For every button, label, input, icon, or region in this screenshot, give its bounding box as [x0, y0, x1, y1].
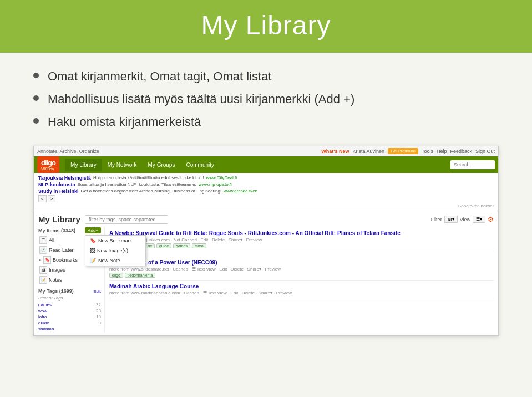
- add-popup: 🔖 New Bookmark 🖼 New Image(s) 📝: [85, 235, 146, 266]
- library-title: My Library: [38, 215, 80, 224]
- sign-out-link[interactable]: Sign Out: [475, 149, 495, 154]
- tag-shaman[interactable]: shaman: [38, 326, 101, 332]
- ad-next-btn[interactable]: >: [48, 195, 56, 202]
- tags-title: My Tags (1699): [38, 288, 74, 294]
- library-header: My Library Filter all▾ View ☰▾ ⚙: [38, 215, 494, 224]
- bookmark-tags-1: rogue ranger rift guide games mmo: [109, 243, 494, 248]
- nav-search-input[interactable]: [450, 160, 495, 169]
- tags-edit-link[interactable]: Edit: [93, 289, 101, 294]
- ad-text-3: Get a bachelor's degree from Arcada Nurs…: [81, 189, 222, 194]
- read-later-icon: 🕐: [39, 246, 47, 254]
- bookmark-item-1: A Newbie Survival Guide to Rift Beta: Ro…: [109, 227, 494, 251]
- nav-my-library[interactable]: My Library: [65, 159, 102, 171]
- bookmark-title-3[interactable]: Madinah Arabic Language Course: [109, 283, 494, 290]
- bullet-item-2: Mahdollisuus lisätä myös täältä uusi kir…: [33, 91, 499, 108]
- tag-chip[interactable]: tiedonhankinta: [125, 273, 156, 278]
- bullet-list: Omat kirjanmerkit, Omat tagit, Omat list…: [33, 68, 499, 136]
- popup-new-bookmark[interactable]: 🔖 New Bookmark: [85, 236, 145, 246]
- ad-prev-btn[interactable]: <: [38, 195, 47, 202]
- bookmark-title-2[interactable]: Diigo: Secrets of a Power User (NECC09): [109, 259, 494, 266]
- nav-items: My Library My Network My Groups Communit…: [65, 159, 220, 171]
- topbar-left: Annotate, Archive, Organize: [37, 149, 99, 154]
- ad-text-2: Suositeltua ja lisensoitua NLP- koulutus…: [78, 182, 196, 187]
- tag-chip[interactable]: mmo: [192, 243, 206, 248]
- help-link[interactable]: Help: [437, 149, 447, 154]
- go-premium-btn[interactable]: Go Premium: [388, 148, 418, 154]
- popup-new-image[interactable]: 🖼 New Image(s): [85, 246, 145, 256]
- notes-icon: 📝: [39, 276, 47, 284]
- header-bar: My Library: [0, 0, 532, 53]
- bookmarks-arrow: ▸: [39, 258, 42, 262]
- bullet-dot-3: [33, 118, 39, 124]
- diigo-topbar: Annotate, Archive, Organize What's New K…: [34, 146, 498, 156]
- ad-nav: < >: [38, 195, 494, 202]
- bookmark-title-1[interactable]: A Newbie Survival Guide to Rift Beta: Ro…: [109, 230, 494, 237]
- filter-all-btn[interactable]: all▾: [444, 216, 458, 223]
- ad-title-1[interactable]: Tarjouksia Helsingistä: [38, 175, 91, 181]
- bookmark-actions-1: · Not Cached · Edit · Delete · Share▾ · …: [171, 237, 262, 242]
- filter-right: Filter all▾ View ☰▾ ⚙: [431, 216, 494, 223]
- left-sidebar: My Items (3348) Add+ 🔖 New Bookmark: [38, 227, 105, 332]
- bullet-item-1: Omat kirjanmerkit, Omat tagit, Omat list…: [33, 68, 499, 85]
- tag-chip[interactable]: diigo: [109, 273, 123, 278]
- bookmark-item-3: Madinah Arabic Language Course more from…: [109, 281, 494, 298]
- bullet-dot-2: [33, 95, 39, 101]
- sidebar-item-images[interactable]: 🖼 Images: [38, 265, 101, 275]
- tag-lotro[interactable]: lotro 19: [38, 314, 101, 320]
- add-button[interactable]: Add+: [85, 227, 101, 233]
- tag-chip[interactable]: guide: [156, 243, 171, 248]
- tools-link[interactable]: Tools: [422, 149, 433, 154]
- images-icon: 🖼: [39, 266, 47, 274]
- view-btn[interactable]: ☰▾: [473, 216, 485, 223]
- tag-chip[interactable]: games: [173, 243, 190, 248]
- tag-wow[interactable]: wow 28: [38, 308, 101, 314]
- ad-url-2: www.nlp-opisto.fi: [199, 182, 232, 187]
- feedback-link[interactable]: Feedback: [450, 149, 472, 154]
- bookmark-source-1: more from www.riftjunkies.com · Not Cach…: [109, 237, 494, 242]
- bullet-item-3: Haku omista kirjanmerkeistä: [33, 114, 499, 131]
- diigo-logo: diigo V5.0 Beta: [37, 156, 59, 173]
- bookmark-popup-icon: 🔖: [90, 238, 96, 243]
- tag-games[interactable]: games 32: [38, 302, 101, 308]
- topbar-right-links: What's New Krista Auvinen Go Premium Too…: [321, 148, 495, 154]
- nav-my-groups[interactable]: My Groups: [143, 159, 181, 171]
- bullet-dot-1: [33, 73, 39, 78]
- sidebar-section-header: My Items (3348) Add+ 🔖 New Bookmark: [38, 227, 101, 233]
- ad-row-3: Study in Helsinki Get a bachelor's degre…: [38, 189, 494, 194]
- note-popup-icon: 📝: [90, 258, 96, 263]
- bookmark-meta-2: 20 Jan 11: [109, 253, 494, 258]
- popup-new-note[interactable]: 📝 New Note: [85, 256, 145, 266]
- filter-label: Filter: [431, 217, 442, 222]
- screenshot-mockup: Annotate, Archive, Organize What's New K…: [33, 146, 499, 336]
- tags-header: My Tags (1699) Edit: [38, 288, 101, 294]
- tag-guide[interactable]: guide 9: [38, 320, 101, 326]
- right-content: A Newbie Survival Guide to Rift Beta: Ro…: [105, 227, 494, 332]
- bookmark-source-2: more from www.slideshare.net · Cached · …: [109, 267, 494, 272]
- view-label: View: [460, 217, 470, 222]
- tag-chip[interactable]: rift: [145, 243, 155, 248]
- bookmark-source-3: more from www.madinaharabic.com · Cached…: [109, 291, 494, 296]
- bookmarks-icon: 🔖: [43, 256, 51, 264]
- image-popup-icon: 🖼: [90, 248, 95, 253]
- ad-url-3: www.arcada.fi/en: [224, 189, 257, 194]
- whats-new-link[interactable]: What's New: [321, 149, 349, 154]
- tags-section: My Tags (1699) Edit Recent Tags games 32…: [38, 288, 101, 332]
- ad-row-2: NLP-koulutusta Suositeltua ja lisensoitu…: [38, 182, 494, 187]
- items-count: My Items (3348): [38, 228, 75, 233]
- ad-row-1: Tarjouksia Helsingistä Huipputarjouksia …: [38, 175, 494, 181]
- filter-input[interactable]: [85, 215, 168, 224]
- slide-title: My Library: [22, 10, 510, 40]
- bookmark-actions-3: · Cached · ☰ Text View · Edit · Delete ·…: [181, 291, 292, 296]
- nav-my-network[interactable]: My Network: [102, 159, 143, 171]
- ads-label: Google-mainokset: [38, 203, 494, 208]
- nav-community[interactable]: Community: [180, 159, 220, 171]
- library-body: My Items (3348) Add+ 🔖 New Bookmark: [38, 227, 494, 332]
- ad-title-2[interactable]: NLP-koulutusta: [38, 182, 75, 187]
- sidebar-item-notes[interactable]: 📝 Notes: [38, 275, 101, 285]
- diigo-nav: diigo V5.0 Beta My Library My Network My…: [34, 156, 498, 173]
- content-area: Omat kirjanmerkit, Omat tagit, Omat list…: [0, 53, 532, 397]
- ad-title-3[interactable]: Study in Helsinki: [38, 189, 79, 194]
- all-icon: ☰: [39, 236, 47, 244]
- rss-icon: ⚙: [488, 216, 494, 223]
- library-main: My Library Filter all▾ View ☰▾ ⚙ My Ite: [34, 211, 498, 335]
